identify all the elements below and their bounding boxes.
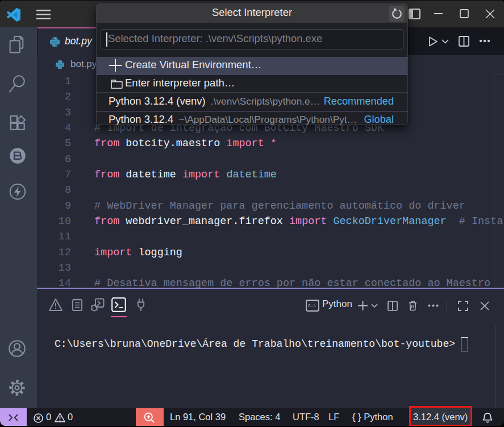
- svg-text:C:\: C:\: [308, 303, 316, 308]
